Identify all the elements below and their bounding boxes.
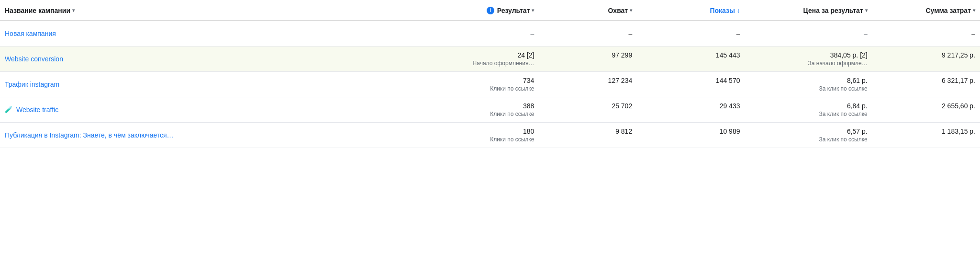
campaigns-table-wrapper: Название кампании ▾ i Результат ▾ Охват … [0,0,980,148]
campaign-impressions-cell: 29 433 [637,97,745,122]
result-value: 388 [416,102,534,110]
result-sub: Начало оформления… [416,60,534,67]
campaign-price-cell: – [745,21,872,46]
campaign-name-cell: Новая кампания [0,21,412,46]
col-reach-label: Охват [608,7,628,14]
campaign-result-cell: 24 [2]Начало оформления… [412,46,539,71]
no-data-dash: – [531,30,535,37]
col-spend-label: Сумма затрат [925,7,971,14]
campaign-price-cell: 384,05 р. [2]За начало оформле… [745,46,872,71]
campaign-name-link[interactable]: Website traffic [16,106,58,114]
result-value: 24 [2] [416,51,534,59]
price-value: 6,57 р. [749,127,867,135]
campaign-name-link[interactable]: Публикация в Instagram: Знаете, в чём за… [5,131,174,139]
result-value: 180 [416,127,534,135]
col-impressions-label: Показы [710,7,735,14]
campaign-reach-cell: 127 234 [539,71,637,97]
campaign-name-link[interactable]: Новая кампания [5,30,56,37]
campaign-result-cell: – [412,21,539,46]
campaign-reach-cell: – [539,21,637,46]
table-row: Публикация в Instagram: Знаете, в чём за… [0,122,980,148]
price-value: 8,61 р. [749,77,867,84]
campaign-name-cell: Публикация в Instagram: Знаете, в чём за… [0,122,412,148]
campaign-result-cell: 734Клики по ссылке [412,71,539,97]
campaign-impressions-cell: 144 570 [637,71,745,97]
result-sub: Клики по ссылке [416,136,534,143]
campaign-spend-cell: 2 655,60 р. [872,97,980,122]
col-price-label: Цена за результат [803,7,863,14]
price-value: 384,05 р. [2] [749,51,867,59]
campaign-name-link[interactable]: Трафик instagram [5,81,59,88]
chevron-down-icon: ▾ [532,8,534,13]
chevron-down-icon: ▾ [865,8,868,13]
col-name-label: Название кампании [5,7,70,14]
campaign-impressions-cell: 10 989 [637,122,745,148]
chevron-down-icon: ▾ [72,8,75,13]
table-row: Website conversion24 [2]Начало оформлени… [0,46,980,71]
col-header-reach[interactable]: Охват ▾ [539,0,637,21]
no-data-dash: – [864,30,868,37]
chevron-down-icon: ▾ [973,8,975,13]
campaign-spend-cell: – [872,21,980,46]
result-value: 734 [416,77,534,84]
campaign-reach-cell: 9 812 [539,122,637,148]
result-sub: Клики по ссылке [416,111,534,117]
price-sub: За начало оформле… [749,60,867,67]
campaign-name-cell: Website conversion [0,46,412,71]
campaign-price-cell: 8,61 р.За клик по ссылке [745,71,872,97]
campaign-spend-cell: 9 217,25 р. [872,46,980,71]
col-header-price[interactable]: Цена за результат ▾ [745,0,872,21]
table-row: 🧪Website traffic388Клики по ссылке25 702… [0,97,980,122]
price-sub: За клик по ссылке [749,136,867,143]
col-header-impressions[interactable]: Показы ↓ [637,0,745,21]
info-icon: i [487,7,494,14]
col-result-label: Результат [497,7,530,14]
campaign-impressions-cell: 145 443 [637,46,745,71]
campaigns-table: Название кампании ▾ i Результат ▾ Охват … [0,0,980,148]
campaign-price-cell: 6,57 р.За клик по ссылке [745,122,872,148]
campaign-spend-cell: 1 183,15 р. [872,122,980,148]
sort-desc-icon: ↓ [737,7,740,14]
price-value: 6,84 р. [749,102,867,110]
campaign-reach-cell: 25 702 [539,97,637,122]
campaign-name-link[interactable]: Website conversion [5,55,63,63]
col-header-name[interactable]: Название кампании ▾ [0,0,412,21]
table-row: Новая кампания––––– [0,21,980,46]
flask-icon: 🧪 [5,106,12,113]
chevron-down-icon: ▾ [630,8,632,13]
campaign-price-cell: 6,84 р.За клик по ссылке [745,97,872,122]
col-header-spend[interactable]: Сумма затрат ▾ [872,0,980,21]
table-row: Трафик instagram734Клики по ссылке127 23… [0,71,980,97]
result-sub: Клики по ссылке [416,85,534,92]
campaign-name-cell: Трафик instagram [0,71,412,97]
campaign-name-cell: 🧪Website traffic [0,97,412,122]
campaign-result-cell: 180Клики по ссылке [412,122,539,148]
campaign-result-cell: 388Клики по ссылке [412,97,539,122]
price-sub: За клик по ссылке [749,85,867,92]
col-header-result[interactable]: i Результат ▾ [412,0,539,21]
campaign-impressions-cell: – [637,21,745,46]
campaign-reach-cell: 97 299 [539,46,637,71]
campaign-spend-cell: 6 321,17 р. [872,71,980,97]
price-sub: За клик по ссылке [749,111,867,117]
